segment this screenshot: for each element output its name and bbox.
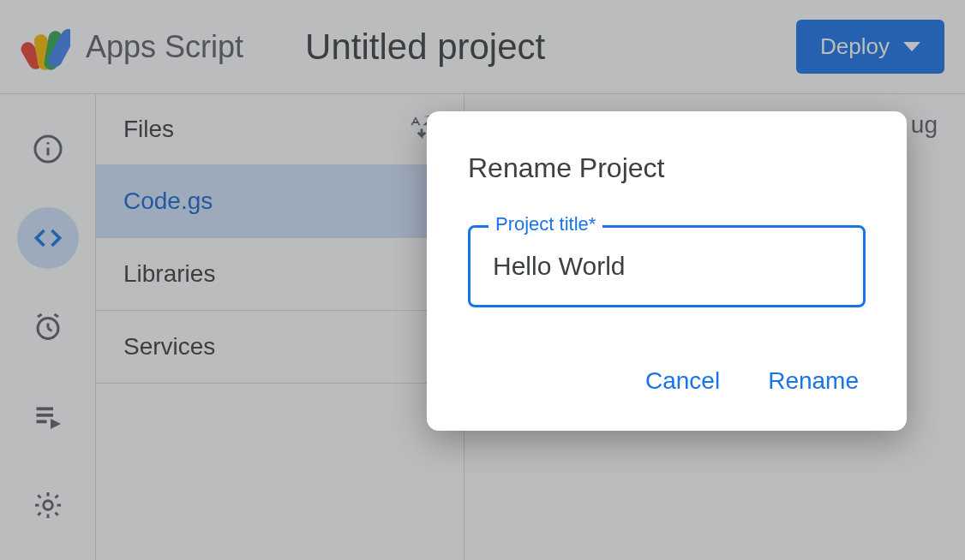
project-title-field-wrapper: Project title* — [468, 225, 866, 307]
rename-button[interactable]: Rename — [761, 359, 866, 403]
modal-overlay[interactable]: Rename Project Project title* Cancel Ren… — [0, 0, 965, 560]
rename-project-dialog: Rename Project Project title* Cancel Ren… — [427, 111, 907, 431]
dialog-actions: Cancel Rename — [468, 359, 866, 403]
project-title-input[interactable] — [468, 225, 866, 307]
cancel-button[interactable]: Cancel — [638, 359, 727, 403]
dialog-title: Rename Project — [468, 152, 866, 184]
project-title-label: Project title* — [488, 213, 602, 235]
